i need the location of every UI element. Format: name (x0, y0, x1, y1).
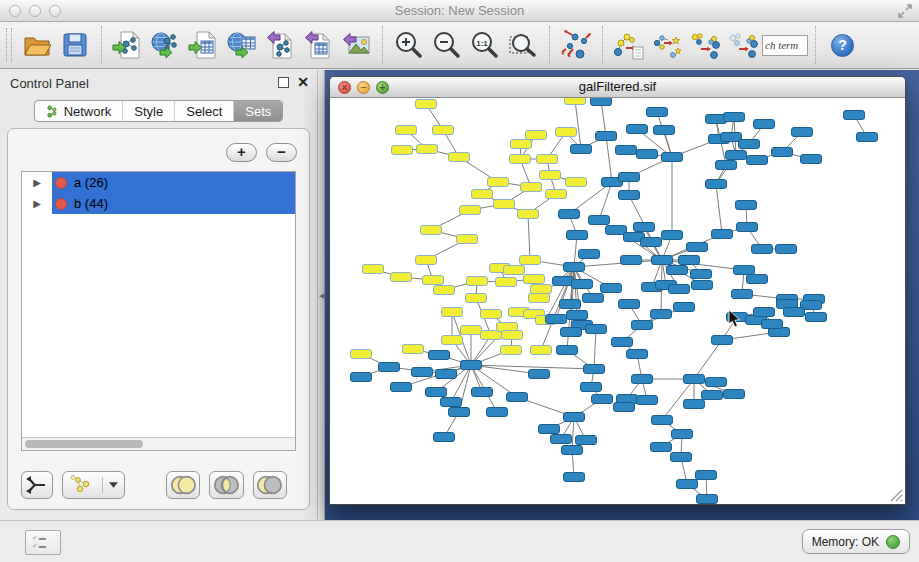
graph-node-blue[interactable] (601, 284, 622, 293)
graph-node-blue[interactable] (351, 373, 372, 382)
graph-node-blue[interactable] (706, 378, 727, 387)
graph-node-blue[interactable] (734, 266, 755, 275)
graph-node-blue[interactable] (844, 111, 865, 120)
graph-node-blue[interactable] (616, 146, 637, 155)
zoom-actual-size-button[interactable]: 1:1 (466, 26, 504, 64)
graph-node-blue[interactable] (627, 350, 648, 359)
graph-node-blue[interactable] (576, 436, 597, 445)
graph-node-blue[interactable] (712, 336, 733, 345)
first-neighbors-button[interactable] (648, 26, 686, 64)
tab-network[interactable]: Network (35, 101, 124, 121)
graph-node-yellow[interactable] (501, 346, 522, 355)
resize-grip[interactable] (887, 486, 903, 502)
graph-node-yellow[interactable] (403, 345, 424, 354)
graph-node-blue[interactable] (696, 471, 717, 480)
apply-layout-button[interactable] (557, 26, 595, 64)
graph-node-blue[interactable] (651, 310, 672, 319)
graph-node-yellow[interactable] (537, 155, 558, 164)
graph-node-blue[interactable] (702, 391, 723, 400)
float-panel-icon[interactable] (278, 77, 289, 88)
graph-edge[interactable] (716, 184, 722, 234)
graph-node-blue[interactable] (737, 223, 758, 232)
graph-node-yellow[interactable] (363, 265, 384, 274)
graph-node-blue[interactable] (551, 435, 572, 444)
graph-node-blue[interactable] (596, 132, 617, 141)
graph-node-blue[interactable] (412, 368, 433, 377)
graph-node-blue[interactable] (652, 416, 673, 425)
graph-node-blue[interactable] (732, 290, 753, 299)
tab-sets[interactable]: Sets (234, 101, 282, 121)
graph-node-blue[interactable] (857, 133, 878, 142)
graph-node-blue[interactable] (441, 398, 462, 407)
save-button[interactable] (56, 26, 94, 64)
graph-node-blue[interactable] (592, 395, 613, 404)
graph-node-yellow[interactable] (423, 276, 444, 285)
graph-node-blue[interactable] (674, 303, 695, 312)
graph-node-blue[interactable] (581, 383, 602, 392)
sets-list[interactable]: ▶ a (26) ▶ b (44) (21, 171, 296, 451)
add-set-button[interactable]: + (226, 143, 257, 162)
graph-node-yellow[interactable] (442, 308, 463, 317)
graph-node-yellow[interactable] (521, 183, 542, 192)
graph-node-yellow[interactable] (540, 171, 561, 180)
graph-node-blue[interactable] (752, 245, 773, 254)
minimize-window-button[interactable] (29, 5, 41, 17)
graph-edge[interactable] (528, 214, 530, 260)
graph-node-yellow[interactable] (416, 100, 437, 109)
graph-node-blue[interactable] (614, 403, 635, 412)
graph-node-blue[interactable] (606, 226, 627, 235)
graph-node-yellow[interactable] (556, 128, 577, 137)
minimize-network-button[interactable]: – (357, 81, 370, 94)
graph-node-yellow[interactable] (565, 98, 586, 105)
graph-node-yellow[interactable] (546, 190, 567, 199)
graph-node-yellow[interactable] (460, 206, 481, 215)
graph-node-yellow[interactable] (494, 200, 515, 209)
horizontal-scrollbar[interactable] (22, 437, 295, 450)
expander-icon[interactable]: ▶ (22, 177, 52, 188)
show-selected-button[interactable] (686, 26, 724, 64)
graph-node-blue[interactable] (461, 361, 482, 370)
graph-node-yellow[interactable] (416, 256, 437, 265)
graph-node-yellow[interactable] (434, 286, 455, 295)
network-canvas[interactable] (330, 98, 905, 504)
graph-node-yellow[interactable] (504, 266, 525, 275)
graph-node-blue[interactable] (669, 285, 690, 294)
graph-node-blue[interactable] (672, 430, 693, 439)
panel-splitter[interactable]: ◀ (318, 70, 325, 520)
graph-node-yellow[interactable] (392, 146, 413, 155)
remove-set-button[interactable]: − (266, 143, 297, 162)
memory-status-button[interactable]: Memory: OK (802, 529, 910, 554)
graph-node-blue[interactable] (712, 230, 733, 239)
graph-node-yellow[interactable] (511, 140, 532, 149)
graph-node-blue[interactable] (662, 153, 683, 162)
graph-node-blue[interactable] (724, 113, 745, 122)
graph-node-blue[interactable] (747, 275, 768, 284)
graph-node-blue[interactable] (572, 280, 593, 289)
graph-edge[interactable] (594, 329, 596, 369)
graph-node-blue[interactable] (584, 365, 605, 374)
graph-node-blue[interactable] (619, 173, 640, 182)
export-image-button[interactable] (337, 26, 375, 64)
collapse-splitter-icon[interactable]: ◀ (319, 292, 324, 300)
graph-node-blue[interactable] (806, 313, 827, 322)
graph-node-blue[interactable] (379, 363, 400, 372)
graph-node-blue[interactable] (762, 320, 783, 329)
import-table-url-button[interactable] (223, 26, 261, 64)
graph-node-blue[interactable] (637, 396, 658, 405)
graph-node-blue[interactable] (692, 281, 713, 290)
graph-node-blue[interactable] (619, 300, 640, 309)
graph-node-blue[interactable] (434, 433, 455, 442)
graph-node-blue[interactable] (507, 393, 528, 402)
graph-node-blue[interactable] (726, 151, 747, 160)
graph-node-blue[interactable] (754, 120, 775, 129)
graph-edge[interactable] (574, 260, 662, 267)
graph-node-blue[interactable] (647, 108, 668, 117)
graph-node-yellow[interactable] (433, 126, 454, 135)
graph-node-blue[interactable] (619, 191, 640, 200)
search-input[interactable] (762, 35, 808, 56)
fullscreen-icon[interactable] (897, 3, 913, 19)
graph-node-yellow[interactable] (472, 190, 493, 199)
graph-node-yellow[interactable] (531, 346, 552, 355)
graph-node-blue[interactable] (739, 140, 760, 149)
graph-node-blue[interactable] (716, 161, 737, 170)
